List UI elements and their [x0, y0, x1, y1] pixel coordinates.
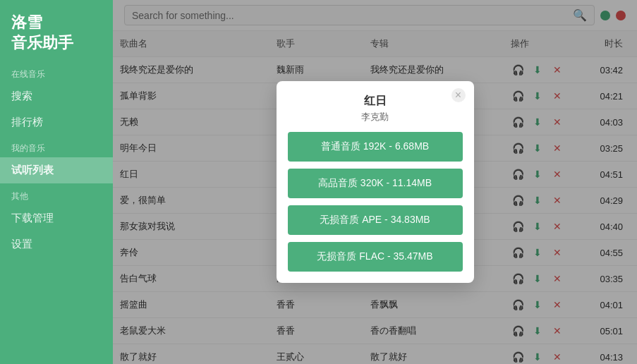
modal-option-lossless_flac[interactable]: 无损音质 FLAC - 35.47MB — [288, 242, 463, 272]
modal-close-button[interactable]: × — [451, 88, 466, 102]
sidebar-item-charts[interactable]: 排行榜 — [0, 109, 113, 135]
modal-options: 普通音质 192K - 6.68MB高品音质 320K - 11.14MB无损音… — [277, 132, 474, 283]
modal-subtitle: 李克勤 — [291, 111, 460, 123]
app-logo: 洛雪音乐助手 — [0, 0, 113, 61]
modal-option-lossless_ape[interactable]: 无损音质 APE - 34.83MB — [288, 205, 463, 235]
modal-title: 红日 — [291, 94, 460, 109]
sidebar: 洛雪音乐助手 在线音乐 搜索 排行榜 我的音乐 试听列表 其他 下载管理 设置 — [0, 0, 113, 364]
sidebar-item-downloads[interactable]: 下载管理 — [0, 205, 113, 231]
modal-overlay[interactable]: 红日 李克勤 × 普通音质 192K - 6.68MB高品音质 320K - 1… — [113, 0, 637, 364]
section-label-mymusic: 我的音乐 — [0, 135, 113, 157]
modal-option-high[interactable]: 高品音质 320K - 11.14MB — [288, 169, 463, 198]
main-content: 🔍 歌曲名 歌手 专辑 操作 时长 我终究还是爱你的 魏新雨 我终究还是爱你的 — [113, 0, 637, 364]
section-label-online: 在线音乐 — [0, 61, 113, 83]
section-label-other: 其他 — [0, 183, 113, 205]
sidebar-item-search[interactable]: 搜索 — [0, 83, 113, 109]
modal-option-normal[interactable]: 普通音质 192K - 6.68MB — [288, 132, 463, 162]
modal-header: 红日 李克勤 × — [277, 81, 474, 132]
sidebar-item-playlist[interactable]: 试听列表 — [0, 157, 113, 183]
download-modal: 红日 李克勤 × 普通音质 192K - 6.68MB高品音质 320K - 1… — [277, 81, 474, 283]
sidebar-item-settings[interactable]: 设置 — [0, 231, 113, 257]
